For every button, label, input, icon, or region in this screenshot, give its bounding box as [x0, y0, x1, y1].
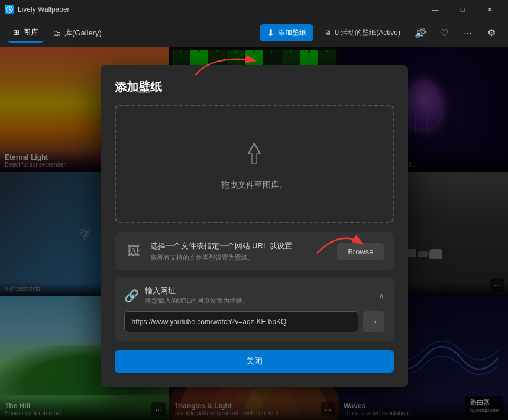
url-section: 🔗 输入网址 将您输入的URL的网页设置为墙纸。 ∧ →	[115, 277, 394, 341]
gallery-label: 库(Gallery)	[64, 28, 102, 38]
file-section-subtitle: 将所有支持的文件类型设置为壁纸。	[150, 253, 331, 262]
toolbar-library[interactable]: ⊞ 图库	[7, 24, 44, 43]
add-wallpaper-label: 添加壁纸	[278, 28, 306, 38]
volume-button[interactable]: 🔊	[411, 24, 430, 43]
maximize-button[interactable]: □	[449, 0, 476, 19]
add-wallpaper-icon: ⬇	[267, 27, 274, 38]
url-input-row: →	[124, 311, 384, 332]
gallery-icon: 🗂	[53, 28, 61, 38]
heart-button[interactable]: ♡	[435, 24, 454, 43]
titlebar-controls: — □ ✕	[422, 0, 503, 19]
url-header: 🔗 输入网址 将您输入的URL的网页设置为墙纸。 ∧	[124, 286, 384, 305]
toolbar: ⊞ 图库 🗂 库(Gallery) ⬇ 添加壁纸 🖥 0 活动的壁纸(Activ…	[0, 19, 508, 47]
settings-icon: ⚙	[487, 27, 496, 38]
url-collapse-button[interactable]: ∧	[378, 291, 384, 301]
add-wallpaper-modal: 添加壁纸 拖曳文件至图库。 🖼 选择一个文件或指定一个网站 URL 以设置 将所…	[101, 65, 408, 387]
close-button[interactable]: ✕	[476, 0, 503, 19]
minimize-button[interactable]: —	[422, 0, 449, 19]
url-section-subtitle: 将您输入的URL的网页设置为墙纸。	[145, 296, 249, 305]
url-section-title: 输入网址	[145, 286, 249, 296]
main-area: Eternal Light Beautiful sunset render. 1…	[0, 47, 508, 420]
drop-zone[interactable]: 拖曳文件至图库。	[115, 105, 394, 223]
app-icon	[5, 5, 14, 14]
app-title: Lively Wallpaper	[18, 5, 422, 14]
close-modal-button[interactable]: 关闭	[115, 350, 394, 373]
file-section-title: 选择一个文件或指定一个网站 URL 以设置	[150, 241, 331, 251]
titlebar: Lively Wallpaper — □ ✕	[0, 0, 508, 19]
active-wallpaper-label: 0 活动的壁纸(Active)	[335, 28, 400, 38]
more-button[interactable]: ···	[458, 24, 477, 43]
more-icon: ···	[464, 28, 471, 38]
url-input[interactable]	[124, 311, 358, 332]
url-go-button[interactable]: →	[363, 311, 384, 332]
volume-icon: 🔊	[415, 27, 426, 38]
browse-button[interactable]: Browse	[337, 243, 384, 260]
active-wallpaper-button[interactable]: 🖥 0 活动的壁纸(Active)	[318, 25, 406, 41]
modal-overlay[interactable]: 添加壁纸 拖曳文件至图库。 🖼 选择一个文件或指定一个网站 URL 以设置 将所…	[0, 47, 508, 420]
settings-button[interactable]: ⚙	[482, 24, 501, 43]
library-label: 图库	[23, 27, 38, 38]
drop-text: 拖曳文件至图库。	[221, 180, 287, 190]
file-icon: 🖼	[124, 242, 143, 261]
toolbar-gallery[interactable]: 🗂 库(Gallery)	[47, 24, 108, 42]
library-icon: ⊞	[13, 28, 20, 37]
add-wallpaper-button[interactable]: ⬇ 添加壁纸	[260, 24, 313, 41]
modal-title: 添加壁纸	[115, 79, 394, 95]
upload-icon	[237, 137, 272, 173]
heart-icon: ♡	[440, 27, 448, 38]
toolbar-right: ⬇ 添加壁纸 🖥 0 活动的壁纸(Active) 🔊 ♡ ··· ⚙	[260, 24, 501, 43]
file-section: 🖼 选择一个文件或指定一个网站 URL 以设置 将所有支持的文件类型设置为壁纸。…	[115, 232, 394, 270]
monitor-icon: 🖥	[324, 29, 331, 37]
url-icon: 🔗	[124, 289, 139, 303]
